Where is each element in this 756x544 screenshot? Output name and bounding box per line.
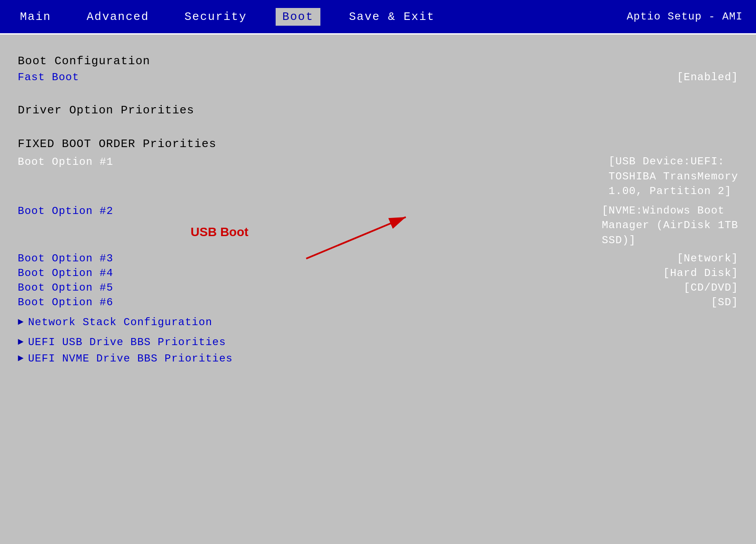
uefi-nvme-row[interactable]: ► UEFI NVME Drive BBS Priorities <box>18 353 738 365</box>
menu-item-save-exit[interactable]: Save & Exit <box>343 8 442 26</box>
boot-option-5-label[interactable]: Boot Option #5 <box>18 282 113 294</box>
menu-item-main[interactable]: Main <box>13 8 58 26</box>
uefi-nvme-arrow-icon: ► <box>18 353 23 364</box>
boot-option-1-row: Boot Option #1 [USB Device:UEFI:TOSHIBA … <box>18 154 738 199</box>
boot-option-6-row: Boot Option #6 [SD] <box>18 296 738 308</box>
boot-option-5-value: [CD/DVD] <box>684 282 738 294</box>
fast-boot-row: Fast Boot [Enabled] <box>18 71 738 83</box>
boot-option-1-label[interactable]: Boot Option #1 <box>18 156 113 168</box>
boot-option-2-row: Boot Option #2 [NVME:Windows BootManager… <box>18 203 738 248</box>
boot-option-5-row: Boot Option #5 [CD/DVD] <box>18 282 738 294</box>
boot-option-6-value: [SD] <box>711 296 738 308</box>
boot-option-6-label[interactable]: Boot Option #6 <box>18 296 113 308</box>
uefi-usb-label[interactable]: UEFI USB Drive BBS Priorities <box>28 336 226 348</box>
driver-option-header: Driver Option Priorities <box>18 104 738 117</box>
content-area: Boot Configuration Fast Boot [Enabled] D… <box>0 33 756 544</box>
boot-option-4-label[interactable]: Boot Option #4 <box>18 267 113 279</box>
uefi-usb-arrow-icon: ► <box>18 337 23 348</box>
boot-option-2-label[interactable]: Boot Option #2 <box>18 205 113 217</box>
fast-boot-label[interactable]: Fast Boot <box>18 71 79 83</box>
boot-option-2-value: [NVME:Windows BootManager (AirDisk 1TBSS… <box>602 203 738 248</box>
bios-screen: Aptio Setup - AMI Main Advanced Security… <box>0 0 756 544</box>
network-stack-row[interactable]: ► Network Stack Configuration <box>18 316 738 328</box>
uefi-usb-row[interactable]: ► UEFI USB Drive BBS Priorities <box>18 336 738 348</box>
boot-option-3-value: [Network] <box>677 253 738 264</box>
boot-option-4-value: [Hard Disk] <box>663 267 738 279</box>
menu-item-advanced[interactable]: Advanced <box>80 8 156 26</box>
boot-option-3-label[interactable]: Boot Option #3 <box>18 253 113 264</box>
fast-boot-value: [Enabled] <box>677 71 738 83</box>
boot-option-4-row: Boot Option #4 [Hard Disk] <box>18 267 738 279</box>
network-stack-label[interactable]: Network Stack Configuration <box>28 316 212 328</box>
uefi-nvme-label[interactable]: UEFI NVME Drive BBS Priorities <box>28 353 233 365</box>
menu-item-boot[interactable]: Boot <box>276 8 320 26</box>
network-stack-arrow-icon: ► <box>18 317 23 328</box>
fixed-boot-header: FIXED BOOT ORDER Priorities <box>18 137 738 151</box>
boot-option-1-value: [USB Device:UEFI:TOSHIBA TransMemory1.00… <box>608 154 738 199</box>
boot-config-header: Boot Configuration <box>18 54 738 68</box>
bios-title: Aptio Setup - AMI <box>627 11 743 23</box>
menu-items: Main Advanced Security Boot Save & Exit <box>13 8 441 26</box>
menu-item-security[interactable]: Security <box>178 8 253 26</box>
menu-bar: Aptio Setup - AMI Main Advanced Security… <box>0 0 756 33</box>
boot-option-3-row: Boot Option #3 [Network] <box>18 253 738 264</box>
